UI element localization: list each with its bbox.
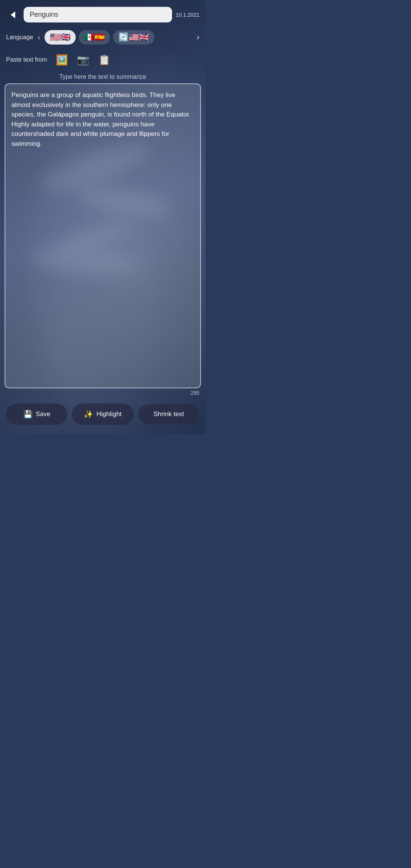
paste-camera-button[interactable]: 📷: [75, 51, 91, 68]
flag-translate: 🔄🇺🇸🇬🇧: [118, 32, 149, 42]
save-button[interactable]: 💾 Save: [6, 404, 67, 425]
instructions-text: Type here the text to summarize: [0, 72, 206, 83]
title-input[interactable]: [24, 7, 172, 22]
clipboard-icon: 📋: [98, 54, 110, 66]
date-label: 10.1.2021: [176, 12, 199, 18]
language-row: Language ‹ 🇺🇸🇬🇧 🇲🇽🇪🇸 🔄🇺🇸🇬🇧 ›: [0, 27, 206, 48]
save-icon: 💾: [23, 410, 33, 419]
paste-label: Paste text from: [6, 56, 47, 63]
flag-en: 🇺🇸🇬🇧: [50, 32, 70, 42]
header: 10.1.2021: [0, 0, 206, 27]
back-button[interactable]: [6, 8, 20, 22]
back-icon: [11, 11, 15, 18]
language-label: Language: [6, 34, 33, 41]
language-option-translate[interactable]: 🔄🇺🇸🇬🇧: [113, 30, 155, 45]
save-label: Save: [36, 410, 51, 418]
camera-icon: 📷: [77, 54, 89, 66]
char-count: 295: [0, 388, 206, 397]
flag-es: 🇲🇽🇪🇸: [84, 32, 105, 42]
shrink-button[interactable]: Shrink text: [138, 404, 199, 424]
highlight-label: Highlight: [96, 410, 121, 418]
highlight-button[interactable]: ✨ Highlight: [72, 404, 133, 425]
language-option-en[interactable]: 🇺🇸🇬🇧: [45, 30, 76, 45]
paste-gallery-button[interactable]: 🖼️: [53, 51, 70, 68]
language-next-button[interactable]: ›: [197, 32, 199, 42]
paste-row: Paste text from 🖼️ 📷 📋: [0, 48, 206, 72]
paste-clipboard-button[interactable]: 📋: [96, 51, 113, 68]
text-area-container: Penguins are a group of aquatic flightle…: [5, 83, 201, 388]
text-input[interactable]: Penguins are a group of aquatic flightle…: [5, 83, 201, 388]
language-option-es[interactable]: 🇲🇽🇪🇸: [79, 30, 110, 45]
gallery-icon: 🖼️: [56, 54, 68, 66]
bottom-toolbar: 💾 Save ✨ Highlight Shrink text: [0, 397, 206, 434]
language-prev-button[interactable]: ‹: [38, 34, 40, 41]
highlight-icon: ✨: [84, 410, 93, 419]
shrink-label: Shrink text: [153, 410, 184, 418]
